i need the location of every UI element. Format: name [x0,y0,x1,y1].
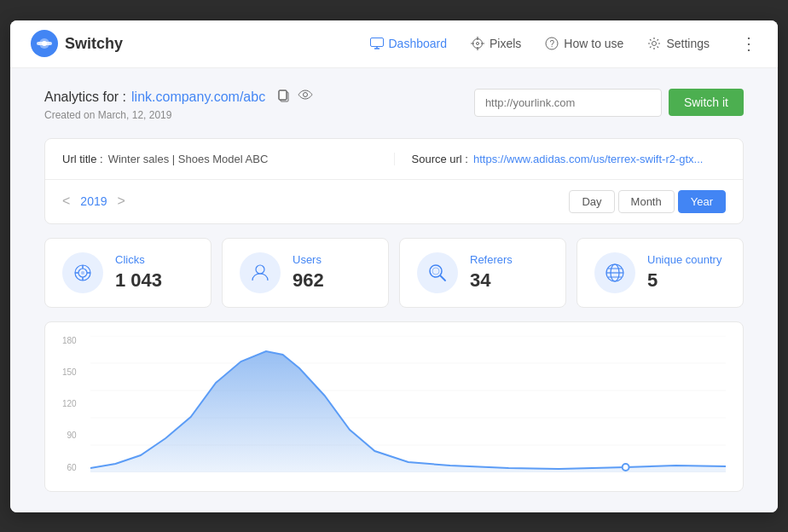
y-label-180: 180 [62,336,77,345]
unique-country-icon-wrap [594,252,635,293]
source-url-link[interactable]: https://www.adidas.com/us/terrex-swift-r… [473,153,703,165]
nav-dashboard[interactable]: Dashboard [370,37,448,50]
cursor-icon [72,262,94,284]
y-label-90: 90 [67,431,77,440]
app-name: Switchy [65,35,123,53]
analytics-info: Analytics for : link.company.com/abc Cre… [44,89,313,121]
nav-how-to-use[interactable]: ? How to use [545,37,623,50]
clicks-label: Clicks [115,253,162,266]
chart-card: 180 150 120 90 60 [44,321,744,492]
referers-icon-wrap [417,252,458,293]
unique-country-value: 5 [647,269,721,292]
svg-point-26 [256,265,264,274]
prev-year-button[interactable]: < [62,194,70,209]
chart-container-row: 180 150 120 90 60 [62,336,726,472]
switch-area: Switch it [474,89,744,117]
url-title-label: Url title : [62,153,103,165]
y-label-120: 120 [62,399,77,408]
unique-country-label: Unique country [647,253,721,266]
main-content: Analytics for : link.company.com/abc Cre… [10,68,778,512]
logo-icon [31,30,58,57]
svg-point-7 [477,43,479,45]
header-icons [277,89,313,106]
referers-value: 34 [470,269,513,292]
users-value: 962 [293,269,324,292]
user-icon [249,262,271,284]
users-label: Users [293,253,324,266]
users-info: Users 962 [293,253,324,292]
svg-point-29 [432,268,439,275]
svg-rect-3 [370,38,383,47]
y-label-60: 60 [67,463,77,472]
chart-y-axis: 180 150 120 90 60 [62,336,84,472]
nav-items: Dashboard Pixels ? How to use Settings ⋮ [370,33,758,54]
help-icon: ? [545,37,559,50]
y-label-150: 150 [62,367,77,377]
svg-text:?: ? [550,39,555,49]
stat-card-users: Users 962 [222,238,389,308]
url-title-value: Winter sales | Shoes Model ABC [108,153,269,165]
gear-icon [647,37,661,50]
svg-point-14 [652,42,657,46]
year-filter-button[interactable]: Year [678,190,726,213]
referers-label: Referers [470,253,513,266]
referers-info: Referers 34 [470,253,513,292]
stat-card-referers: Referers 34 [399,238,566,308]
info-card: Url title : Winter sales | Shoes Model A… [44,138,744,224]
logo-area: Switchy [31,30,123,57]
stat-card-clicks: Clicks 1 043 [44,238,211,308]
filter-buttons: Day Month Year [569,190,726,213]
navbar: Switchy Dashboard Pixels ? How to use Se… [10,20,778,68]
globe-icon [604,262,626,284]
day-filter-button[interactable]: Day [569,190,614,213]
nav-pixels[interactable]: Pixels [471,37,521,50]
next-year-button[interactable]: > [118,194,125,209]
svg-line-28 [441,275,446,280]
created-date: Created on March, 12, 2019 [44,109,313,121]
info-card-row: Url title : Winter sales | Shoes Model A… [45,139,743,179]
url-title-item: Url title : Winter sales | Shoes Model A… [62,153,395,165]
year-nav: < 2019 > [62,194,125,209]
eye-icon[interactable] [298,89,313,106]
users-icon-wrap [240,252,281,293]
svg-rect-16 [279,90,287,100]
switch-button[interactable]: Switch it [669,89,744,116]
nav-settings[interactable]: Settings [647,37,710,50]
chart-svg [90,336,726,472]
analytics-title: Analytics for : [44,90,126,105]
clicks-info: Clicks 1 043 [115,253,162,292]
source-url-label: Source url : [412,153,468,165]
search-icon [426,262,449,284]
stat-card-unique-country: Unique country 5 [577,238,744,308]
clicks-icon-wrap [62,252,103,293]
analytics-link[interactable]: link.company.com/abc [131,90,265,105]
month-filter-button[interactable]: Month [618,190,675,213]
unique-country-info: Unique country 5 [647,253,721,292]
svg-point-2 [42,41,47,46]
svg-point-41 [622,464,629,471]
pixels-icon [471,37,484,50]
year-value: 2019 [80,194,107,208]
more-options-icon[interactable]: ⋮ [740,33,757,54]
filter-row: < 2019 > Day Month Year [45,179,743,223]
analytics-header: Analytics for : link.company.com/abc Cre… [44,89,744,121]
svg-point-18 [304,92,308,96]
svg-point-25 [81,271,84,275]
source-url-item: Source url : https://www.adidas.com/us/t… [412,153,727,165]
clicks-value: 1 043 [115,269,162,292]
monitor-icon [370,38,384,49]
url-input[interactable] [474,89,662,117]
chart-area [90,336,726,472]
copy-icon[interactable] [277,89,291,106]
svg-point-6 [473,39,483,49]
stats-grid: Clicks 1 043 Users 962 [44,238,744,308]
